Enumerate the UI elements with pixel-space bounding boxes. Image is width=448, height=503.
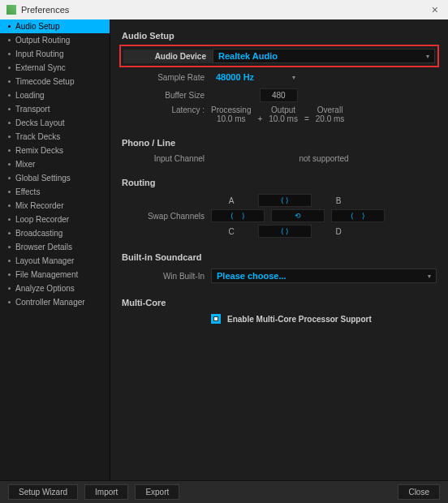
sidebar-item-loop-recorder[interactable]: Loop Recorder: [0, 213, 110, 226]
swap-a-button[interactable]: ⟨ ⟩: [258, 194, 312, 207]
highlight-audio-device: Audio Device Realtek Audio ▾: [119, 45, 439, 67]
bullet-icon: [8, 273, 11, 276]
latency-output-value: 10.0 ms: [269, 114, 298, 123]
sidebar-item-label: Transport: [15, 105, 50, 114]
sample-rate-dropdown[interactable]: 48000 Hz ▾: [211, 70, 300, 84]
close-button[interactable]: Close: [398, 484, 440, 500]
sidebar-item-output-routing[interactable]: Output Routing: [0, 33, 110, 47]
section-soundcard: Built-in Soundcard: [122, 252, 437, 262]
sidebar-item-label: Controller Manager: [15, 298, 85, 307]
import-button[interactable]: Import: [84, 484, 128, 500]
section-multicore: Multi-Core: [122, 298, 437, 307]
bullet-icon: [8, 53, 11, 55]
sidebar-item-label: Track Decks: [15, 132, 60, 141]
main-panel: Audio Setup Audio Device Realtek Audio ▾…: [110, 19, 448, 480]
bullet-icon: [8, 232, 11, 234]
equals-icon: =: [304, 114, 309, 123]
buffer-size-value[interactable]: 480: [260, 88, 298, 102]
latency-values: Processing 10.0 ms + Output 10.0 ms = Ov…: [211, 105, 344, 123]
sample-rate-value: 48000 Hz: [216, 72, 254, 82]
latency-output-label: Output: [269, 105, 298, 114]
sidebar-item-mix-recorder[interactable]: Mix Recorder: [0, 199, 110, 213]
chevron-down-icon: ▾: [428, 273, 431, 280]
sidebar-item-label: File Management: [15, 270, 78, 279]
bullet-icon: [8, 108, 11, 110]
plus-icon: +: [257, 114, 262, 123]
input-channel-value: not supported: [211, 154, 437, 163]
sidebar-item-effects[interactable]: Effects: [0, 185, 110, 199]
export-button[interactable]: Export: [135, 484, 179, 500]
titlebar: Preferences ×: [0, 0, 448, 19]
swap-ac-button[interactable]: ⟨ ⟩: [211, 209, 265, 222]
bullet-icon: [8, 39, 11, 41]
sidebar-item-input-routing[interactable]: Input Routing: [0, 47, 110, 61]
sidebar-item-mixer[interactable]: Mixer: [0, 157, 110, 171]
sidebar-item-transport[interactable]: Transport: [0, 102, 110, 116]
bullet-icon: [8, 135, 11, 138]
sidebar-item-label: Output Routing: [15, 36, 70, 45]
input-channel-label: Input Channel: [122, 154, 211, 163]
sidebar-item-controller-manager[interactable]: Controller Manager: [0, 295, 110, 309]
sidebar-item-layout-manager[interactable]: Layout Manager: [0, 254, 110, 268]
channel-c-label: C: [211, 227, 252, 236]
bullet-icon: [8, 67, 11, 69]
chevron-down-icon: ▾: [292, 74, 295, 81]
sidebar-item-label: Layout Manager: [15, 256, 74, 265]
bullet-icon: [8, 122, 11, 124]
latency-processing-label: Processing: [211, 105, 251, 114]
win-builtin-label: Win Built-In: [122, 272, 211, 281]
sidebar-item-analyze-options[interactable]: Analyze Options: [0, 282, 110, 295]
sidebar-item-loading[interactable]: Loading: [0, 88, 110, 102]
channel-a-label: A: [211, 196, 252, 205]
bullet-icon: [8, 287, 11, 290]
sidebar-item-label: Audio Setup: [15, 22, 60, 31]
sidebar-item-file-management[interactable]: File Management: [0, 268, 110, 282]
multicore-label: Enable Multi-Core Processor Support: [227, 315, 372, 324]
latency-label: Latency :: [122, 105, 211, 114]
footer: Setup Wizard Import Export Close: [0, 480, 448, 503]
sidebar-item-label: External Sync: [15, 63, 66, 72]
sidebar-item-label: Browser Details: [15, 243, 72, 252]
multicore-checkbox[interactable]: [211, 314, 221, 324]
app-icon: [6, 5, 16, 15]
sidebar-item-label: Remix Decks: [15, 146, 63, 155]
bullet-icon: [8, 191, 11, 193]
bullet-icon: [8, 204, 11, 207]
bullet-icon: [8, 163, 11, 166]
sidebar-item-label: Loop Recorder: [15, 215, 69, 224]
sidebar-item-decks-layout[interactable]: Decks Layout: [0, 116, 110, 130]
swap-bd-button[interactable]: ⟨ ⟩: [331, 209, 385, 222]
win-builtin-value: Please choose...: [217, 271, 286, 281]
bullet-icon: [8, 25, 11, 28]
sample-rate-label: Sample Rate: [122, 73, 211, 82]
sidebar-item-label: Loading: [15, 91, 45, 100]
preferences-window: Preferences × Audio SetupOutput RoutingI…: [0, 0, 448, 503]
swap-channels-label: Swap Channels: [122, 212, 211, 221]
win-builtin-dropdown[interactable]: Please choose... ▾: [211, 269, 437, 283]
bullet-icon: [8, 218, 11, 221]
sidebar-item-audio-setup[interactable]: Audio Setup: [0, 19, 110, 33]
sidebar-item-label: Decks Layout: [15, 118, 65, 127]
sidebar-item-label: Global Settings: [15, 174, 71, 183]
sidebar-item-global-settings[interactable]: Global Settings: [0, 171, 110, 185]
bullet-icon: [8, 94, 11, 97]
sidebar-item-browser-details[interactable]: Browser Details: [0, 240, 110, 254]
audio-device-label: Audio Device: [123, 49, 213, 63]
window-title: Preferences: [21, 5, 69, 15]
swap-center-button[interactable]: ⟲: [271, 209, 325, 222]
setup-wizard-button[interactable]: Setup Wizard: [8, 484, 78, 500]
sidebar-item-remix-decks[interactable]: Remix Decks: [0, 144, 110, 157]
sidebar-item-external-sync[interactable]: External Sync: [0, 61, 110, 75]
sidebar-item-label: Mixer: [15, 160, 35, 169]
sidebar-item-label: Timecode Setup: [15, 77, 74, 86]
bullet-icon: [8, 246, 11, 248]
sidebar-item-broadcasting[interactable]: Broadcasting: [0, 226, 110, 240]
sidebar-item-track-decks[interactable]: Track Decks: [0, 130, 110, 144]
audio-device-dropdown[interactable]: Realtek Audio ▾: [213, 49, 435, 63]
sidebar-item-timecode-setup[interactable]: Timecode Setup: [0, 75, 110, 88]
sidebar-item-label: Analyze Options: [15, 284, 75, 293]
section-phono: Phono / Line: [122, 138, 437, 148]
chevron-down-icon: ▾: [426, 53, 429, 60]
close-icon[interactable]: ×: [429, 3, 442, 16]
swap-c-button[interactable]: ⟨ ⟩: [258, 225, 312, 238]
